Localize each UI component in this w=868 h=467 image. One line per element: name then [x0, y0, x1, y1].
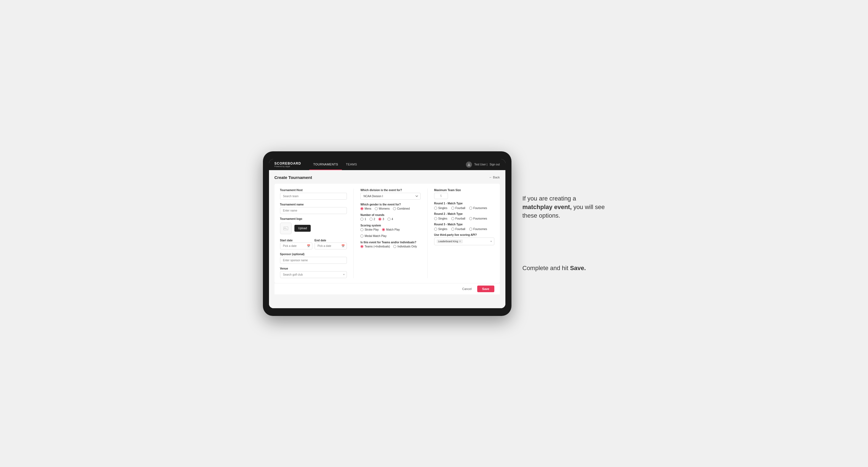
gender-combined-option[interactable]: Combined: [393, 207, 410, 210]
start-date-label: Start date: [280, 239, 293, 242]
rounds-1-radio[interactable]: [361, 218, 364, 221]
api-select-wrapper[interactable]: Leaderboard King ✕ ▾: [434, 238, 494, 245]
round3-singles-radio[interactable]: [434, 227, 437, 230]
round2-foursomes-option[interactable]: Foursomes: [469, 217, 487, 220]
round3-foursomes-option[interactable]: Foursomes: [469, 227, 487, 230]
max-team-size-label: Maximum Team Size: [434, 189, 494, 192]
round3-fourball-radio[interactable]: [451, 227, 454, 230]
api-label: Use third-party live scoring API?: [434, 234, 494, 237]
api-tag-close-icon[interactable]: ✕: [459, 240, 461, 243]
round2-match-type-row: Singles Fourball Foursomes: [434, 217, 494, 220]
sponsor-group: Sponsor (optional): [280, 253, 347, 264]
gender-mens-radio[interactable]: [361, 207, 364, 210]
tournament-logo-group: Tournament logo Upload: [280, 217, 347, 234]
nav-signout-link[interactable]: Sign out: [490, 163, 500, 166]
scoring-medal-label: Medal Match Play: [365, 235, 386, 238]
annotation-area: If you are creating a matchplay event, y…: [523, 194, 606, 273]
round2-fourball-radio[interactable]: [451, 217, 454, 220]
end-date-label: End date: [315, 239, 326, 242]
cancel-button[interactable]: Cancel: [460, 286, 474, 292]
scoring-stroke-radio[interactable]: [361, 228, 364, 231]
tournament-host-label: Tournament Host: [280, 189, 347, 192]
scoring-stroke-option[interactable]: Stroke Play: [361, 228, 379, 231]
rounds-4-label: 4: [392, 218, 393, 221]
scoring-group: Scoring system Stroke Play Match Play: [361, 224, 421, 238]
gender-radio-group: Mens Womens Combined: [361, 207, 421, 210]
tablet-screen: SCOREBOARD Powered by clippit TOURNAMENT…: [269, 159, 505, 308]
division-select[interactable]: NCAA Division I NCAA Division II NCAA Di…: [361, 193, 421, 200]
rounds-3-option[interactable]: 3: [378, 218, 384, 221]
round2-foursomes-radio[interactable]: [469, 217, 472, 220]
nav-tab-teams[interactable]: TEAMS: [342, 159, 361, 170]
round1-singles-radio[interactable]: [434, 207, 437, 210]
gender-mens-option[interactable]: Mens: [361, 207, 371, 210]
round2-foursomes-label: Foursomes: [473, 217, 487, 220]
end-date-input[interactable]: [315, 243, 347, 249]
tournament-name-group: Tournament name: [280, 203, 347, 214]
scoring-medal-option[interactable]: Medal Match Play: [361, 235, 386, 238]
form-column-1: Tournament Host Tournament name Tourname…: [280, 189, 347, 278]
round2-singles-option[interactable]: Singles: [434, 217, 447, 220]
rounds-2-option[interactable]: 2: [370, 218, 375, 221]
tablet-frame: SCOREBOARD Powered by clippit TOURNAMENT…: [263, 151, 512, 316]
form-layout: Tournament Host Tournament name Tourname…: [280, 189, 494, 278]
round1-match-type-row: Singles Fourball Foursomes: [434, 207, 494, 210]
rounds-4-radio[interactable]: [388, 218, 391, 221]
rounds-4-option[interactable]: 4: [388, 218, 393, 221]
round2-singles-radio[interactable]: [434, 217, 437, 220]
form-column-2: Which division is the event for? NCAA Di…: [353, 189, 421, 278]
back-link[interactable]: ← Back: [489, 176, 500, 179]
round1-foursomes-radio[interactable]: [469, 207, 472, 210]
tournament-host-input[interactable]: [280, 193, 347, 200]
round1-fourball-radio[interactable]: [451, 207, 454, 210]
round3-singles-option[interactable]: Singles: [434, 227, 447, 230]
max-team-size-input[interactable]: [434, 193, 448, 199]
teams-individuals-option[interactable]: Individuals Only: [393, 245, 417, 248]
venue-input[interactable]: [280, 271, 347, 278]
scoring-medal-radio[interactable]: [361, 235, 364, 238]
scoring-match-option[interactable]: Match Play: [382, 228, 400, 231]
round1-fourball-option[interactable]: Fourball: [451, 207, 465, 210]
teams-both-label: Teams (+Individuals): [365, 245, 390, 248]
end-date-wrapper: 📅: [315, 243, 347, 249]
teams-both-option[interactable]: Teams (+Individuals): [361, 245, 390, 248]
api-group: Use third-party live scoring API? Leader…: [434, 234, 494, 245]
start-date-wrapper: 📅: [280, 243, 312, 249]
gender-womens-option[interactable]: Womens: [375, 207, 390, 210]
teams-both-radio[interactable]: [361, 245, 364, 248]
rounds-3-radio[interactable]: [378, 218, 381, 221]
round1-singles-option[interactable]: Singles: [434, 207, 447, 210]
rounds-1-option[interactable]: 1: [361, 218, 366, 221]
scoring-match-radio[interactable]: [382, 228, 385, 231]
annotation-bottom-plain: Complete and hit: [523, 264, 570, 272]
round1-singles-label: Singles: [438, 207, 447, 210]
start-date-input[interactable]: [280, 243, 312, 249]
round3-fourball-option[interactable]: Fourball: [451, 227, 465, 230]
annotation-bottom: Complete and hit Save.: [523, 264, 606, 273]
scoring-match-label: Match Play: [386, 228, 400, 231]
teams-individuals-radio[interactable]: [393, 245, 396, 248]
sponsor-input[interactable]: [280, 257, 347, 264]
max-team-size-group: Maximum Team Size: [434, 189, 494, 199]
round2-fourball-label: Fourball: [456, 217, 465, 220]
round1-match-type-label: Round 1 - Match Type: [434, 202, 494, 205]
tournament-name-input[interactable]: [280, 207, 347, 214]
nav-tab-tournaments[interactable]: TOURNAMENTS: [309, 159, 342, 170]
col3-inner: Maximum Team Size Round 1 - Match Type S…: [434, 189, 494, 245]
rounds-2-radio[interactable]: [370, 218, 373, 221]
round3-fourball-label: Fourball: [456, 227, 465, 230]
nav-user-area: Test User | Sign out: [466, 161, 500, 168]
round1-foursomes-option[interactable]: Foursomes: [469, 207, 487, 210]
gender-combined-radio[interactable]: [393, 207, 396, 210]
rounds-2-label: 2: [374, 218, 375, 221]
upload-button[interactable]: Upload: [294, 225, 311, 232]
save-button[interactable]: Save: [477, 286, 494, 292]
api-tag-value: Leaderboard King: [438, 240, 458, 243]
tournament-host-group: Tournament Host: [280, 189, 347, 200]
round2-fourball-option[interactable]: Fourball: [451, 217, 465, 220]
round3-singles-label: Singles: [438, 227, 447, 230]
round3-match-type-label: Round 3 - Match Type: [434, 223, 494, 226]
gender-womens-radio[interactable]: [375, 207, 378, 210]
gender-womens-label: Womens: [379, 207, 390, 210]
round3-foursomes-radio[interactable]: [469, 227, 472, 230]
